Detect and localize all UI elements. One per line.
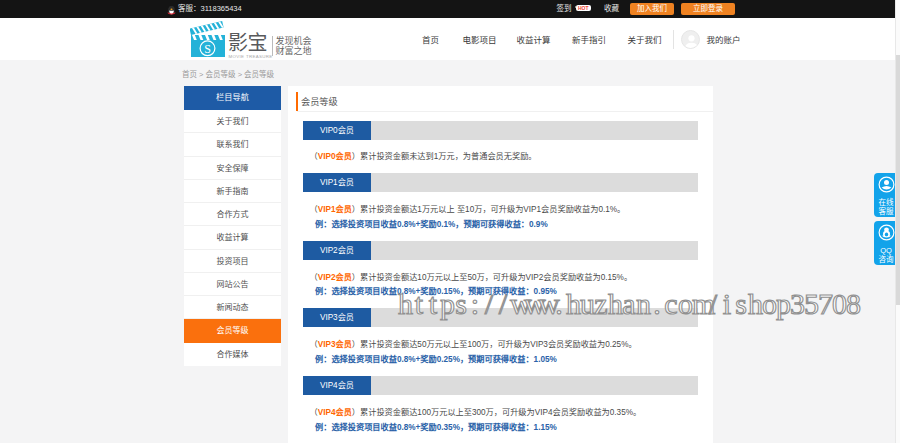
svg-text:S: S bbox=[204, 42, 211, 56]
